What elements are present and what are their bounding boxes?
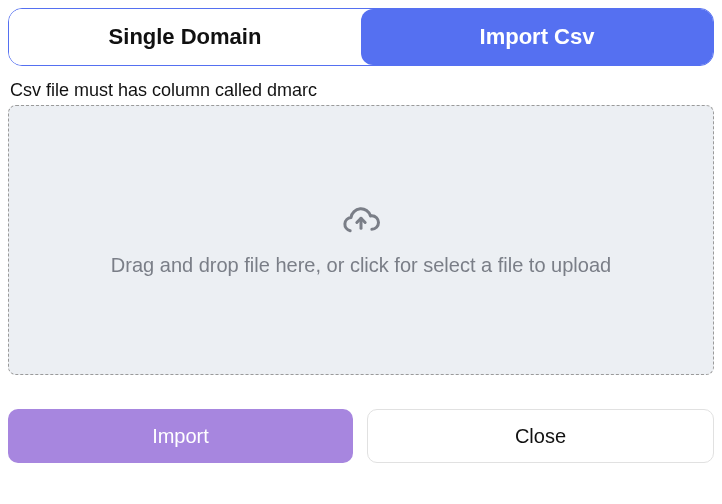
tab-single-domain-label: Single Domain <box>109 24 262 50</box>
tab-bar: Single Domain Import Csv <box>8 8 714 66</box>
csv-hint-text: Csv file must has column called dmarc <box>8 80 714 101</box>
close-button[interactable]: Close <box>367 409 714 463</box>
close-button-label: Close <box>515 425 566 448</box>
file-dropzone[interactable]: Drag and drop file here, or click for se… <box>8 105 714 375</box>
import-button-label: Import <box>152 425 209 448</box>
tab-import-csv[interactable]: Import Csv <box>361 9 713 65</box>
cloud-upload-icon <box>341 204 381 240</box>
tab-single-domain[interactable]: Single Domain <box>9 9 361 65</box>
button-row: Import Close <box>8 409 714 463</box>
dropzone-instruction: Drag and drop file here, or click for se… <box>111 254 611 277</box>
tab-import-csv-label: Import Csv <box>480 24 595 50</box>
import-button[interactable]: Import <box>8 409 353 463</box>
